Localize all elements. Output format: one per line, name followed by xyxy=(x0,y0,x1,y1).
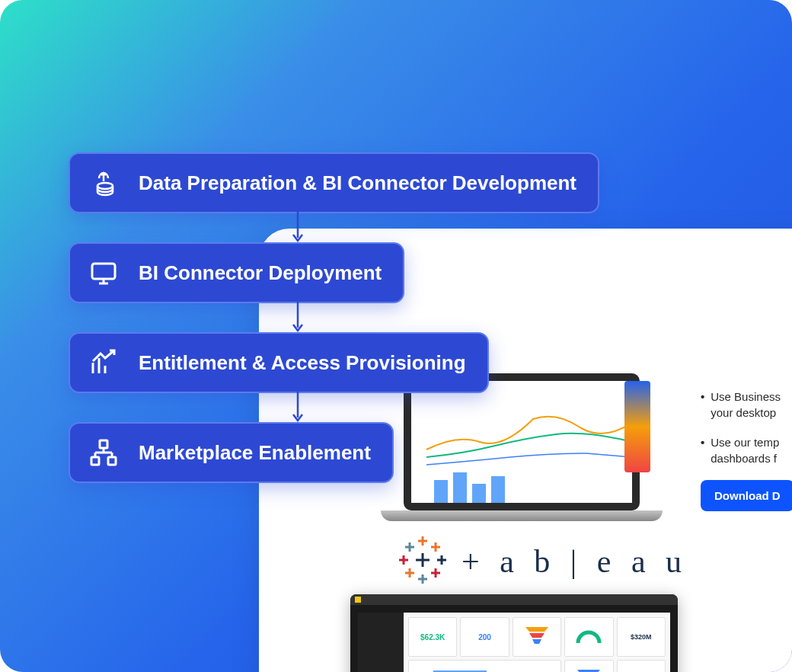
network-icon xyxy=(88,437,119,468)
flow-arrow-icon xyxy=(297,303,299,332)
monitor-icon xyxy=(88,258,119,288)
svg-rect-11 xyxy=(100,440,107,448)
flow-step-label: Marketplace Enablement xyxy=(139,441,371,465)
flow-step-label: Data Preparation & BI Connector Developm… xyxy=(139,171,576,195)
bullet-item: Use our temp dashboards f xyxy=(701,434,792,466)
svg-rect-20 xyxy=(472,484,486,503)
gauge-chart xyxy=(564,617,613,657)
download-button[interactable]: Download D xyxy=(701,480,792,511)
powerbi-dashboard-mockup: $62.3K 200 $320M xyxy=(350,594,678,672)
flow-arrow-icon xyxy=(297,213,299,242)
flow-step-deployment: BI Connector Deployment xyxy=(69,242,404,303)
tableau-wordmark: + a b | e a u xyxy=(461,543,688,580)
svg-rect-12 xyxy=(91,457,99,465)
side-info-panel: Use Business your desktop Use our temp d… xyxy=(701,389,792,511)
flow-diagram: Data Preparation & BI Connector Developm… xyxy=(69,152,599,483)
color-badge xyxy=(624,381,650,472)
funnel-chart-2 xyxy=(564,660,613,672)
flow-step-marketplace: Marketplace Enablement xyxy=(69,422,394,483)
flow-arrow-icon xyxy=(297,393,299,422)
tableau-cross-icon xyxy=(396,533,449,590)
waterfall-chart xyxy=(617,660,666,672)
kpi-budget: $320M xyxy=(617,617,666,657)
flow-step-entitlement: Entitlement & Access Provisioning xyxy=(69,332,489,393)
bar-chart xyxy=(408,660,561,672)
flow-step-label: Entitlement & Access Provisioning xyxy=(139,351,466,375)
flow-step-label: BI Connector Deployment xyxy=(139,261,382,285)
kpi-revenue: $62.3K xyxy=(408,617,457,657)
svg-rect-13 xyxy=(108,457,116,465)
svg-point-0 xyxy=(97,183,113,189)
kpi-secondary: 200 xyxy=(460,617,509,657)
bullet-item: Use Business your desktop xyxy=(701,389,792,421)
svg-rect-18 xyxy=(434,480,448,503)
funnel-chart xyxy=(513,617,561,657)
flow-step-data-prep: Data Preparation & BI Connector Developm… xyxy=(69,152,599,213)
svg-rect-3 xyxy=(92,264,115,279)
chart-up-icon xyxy=(88,347,119,378)
tableau-logo: + a b | e a u xyxy=(396,533,688,590)
diagram-container: Data Preparation & BI Connector Developm… xyxy=(0,0,792,672)
data-prep-icon xyxy=(88,168,119,198)
